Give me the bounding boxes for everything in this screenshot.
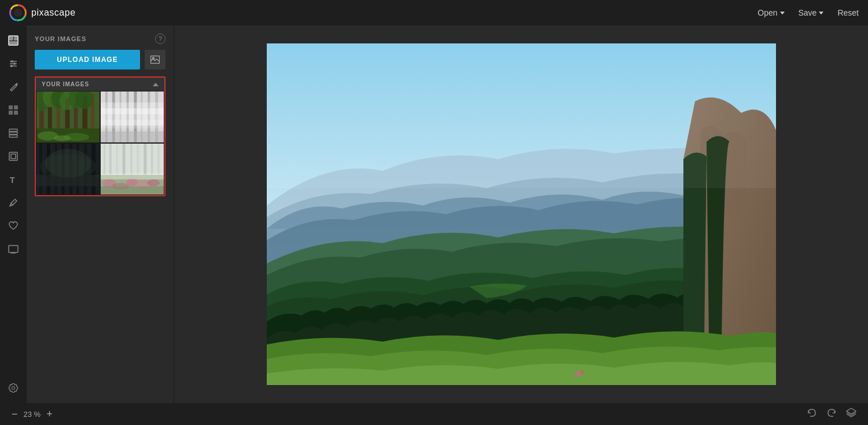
redo-icon — [826, 408, 837, 418]
open-chevron-icon — [780, 12, 785, 14]
sidebar-item-frames[interactable] — [3, 146, 24, 167]
svg-rect-5 — [9, 41, 17, 45]
svg-rect-12 — [9, 105, 13, 109]
logo: pixascape — [9, 4, 76, 21]
save-chevron-icon — [819, 12, 823, 14]
svg-rect-14 — [9, 111, 13, 115]
sidebar-item-text[interactable]: T — [3, 169, 24, 190]
svg-rect-99 — [267, 43, 776, 188]
svg-rect-13 — [14, 105, 18, 109]
sidebar-item-retouch[interactable] — [3, 76, 24, 97]
image-grid — [36, 91, 164, 195]
image-thumb-2[interactable] — [100, 91, 164, 143]
main-canvas[interactable] — [267, 43, 776, 385]
panel-title: YOUR IMAGES — [35, 35, 86, 42]
svg-text:T: T — [10, 175, 15, 185]
svg-rect-16 — [9, 129, 17, 131]
help-button[interactable]: ? — [155, 34, 165, 44]
image-thumb-4[interactable] — [100, 143, 164, 195]
svg-rect-20 — [11, 154, 16, 159]
sidebar-item-favorites[interactable] — [3, 215, 24, 236]
icon-bar: T — [0, 25, 27, 403]
images-section-header: YOUR IMAGES — [36, 78, 164, 91]
left-panel: YOUR IMAGES ? UPLOAD IMAGE YOUR IMAGES — [27, 25, 174, 403]
svg-rect-17 — [9, 132, 17, 134]
svg-rect-23 — [9, 246, 18, 252]
svg-point-9 — [13, 63, 16, 65]
svg-point-97 — [580, 371, 584, 374]
svg-rect-75 — [36, 144, 100, 195]
upload-image-button[interactable]: UPLOAD IMAGE — [35, 50, 140, 69]
zoom-out-button[interactable]: − — [12, 409, 18, 419]
zoom-controls: − 23 % + — [12, 409, 53, 419]
svg-rect-19 — [9, 152, 17, 160]
sidebar-item-slideshow[interactable] — [3, 239, 24, 259]
zoom-in-button[interactable]: + — [46, 409, 53, 419]
logo-icon — [9, 4, 27, 21]
svg-rect-81 — [123, 144, 126, 175]
images-section: YOUR IMAGES — [35, 76, 165, 196]
sidebar-item-settings[interactable] — [3, 378, 24, 398]
svg-rect-93 — [101, 174, 164, 179]
svg-rect-80 — [116, 144, 118, 175]
image-thumb-1[interactable] — [36, 91, 100, 143]
svg-rect-60 — [101, 120, 164, 129]
svg-rect-84 — [144, 144, 146, 175]
reset-button[interactable]: Reset — [837, 8, 859, 17]
topbar-actions: Open Save Reset — [757, 8, 859, 17]
sidebar-item-images[interactable] — [3, 30, 24, 51]
sidebar-item-elements[interactable] — [3, 100, 24, 120]
sidebar-item-adjust[interactable] — [3, 53, 24, 74]
undo-icon — [807, 408, 817, 418]
svg-point-1 — [14, 9, 22, 17]
layers-icon — [846, 408, 856, 418]
svg-rect-94 — [101, 186, 164, 195]
images-section-title: YOUR IMAGES — [42, 81, 89, 87]
save-button[interactable]: Save — [799, 8, 824, 17]
svg-point-92 — [147, 179, 160, 186]
open-button[interactable]: Open — [757, 8, 784, 17]
svg-point-47 — [54, 135, 71, 141]
svg-line-22 — [11, 203, 13, 205]
topbar: pixascape Open Save Reset — [0, 0, 868, 25]
bottom-right-actions — [807, 408, 856, 421]
svg-point-11 — [10, 65, 13, 67]
panel-header: YOUR IMAGES ? — [27, 25, 174, 50]
redo-button[interactable] — [826, 408, 837, 421]
canvas-image — [267, 43, 776, 385]
sidebar-item-layers[interactable] — [3, 123, 24, 144]
svg-point-7 — [11, 60, 13, 63]
svg-rect-59 — [101, 102, 164, 114]
main-layout: T — [0, 25, 868, 403]
svg-rect-78 — [104, 144, 105, 175]
zoom-level: 23 % — [24, 410, 41, 419]
svg-rect-83 — [137, 144, 139, 175]
undo-button[interactable] — [807, 408, 817, 421]
layers-button[interactable] — [846, 408, 856, 421]
svg-rect-86 — [157, 144, 160, 175]
upload-area: UPLOAD IMAGE — [27, 50, 174, 76]
svg-rect-18 — [9, 135, 17, 137]
svg-rect-82 — [131, 144, 133, 175]
image-thumb-3[interactable] — [36, 143, 100, 195]
gallery-icon — [150, 56, 160, 64]
sidebar-item-draw[interactable] — [3, 192, 24, 213]
svg-rect-3 — [9, 36, 13, 41]
gallery-button[interactable] — [145, 50, 165, 69]
svg-rect-4 — [14, 36, 17, 41]
logo-text: pixascape — [31, 8, 76, 18]
zoom-bar: − 23 % + — [0, 403, 868, 425]
svg-rect-61 — [101, 131, 164, 142]
collapse-icon[interactable] — [153, 83, 159, 86]
svg-point-98 — [574, 373, 578, 377]
svg-rect-85 — [151, 144, 153, 175]
svg-rect-79 — [109, 144, 112, 175]
svg-rect-15 — [14, 111, 18, 115]
canvas-area — [174, 25, 868, 403]
